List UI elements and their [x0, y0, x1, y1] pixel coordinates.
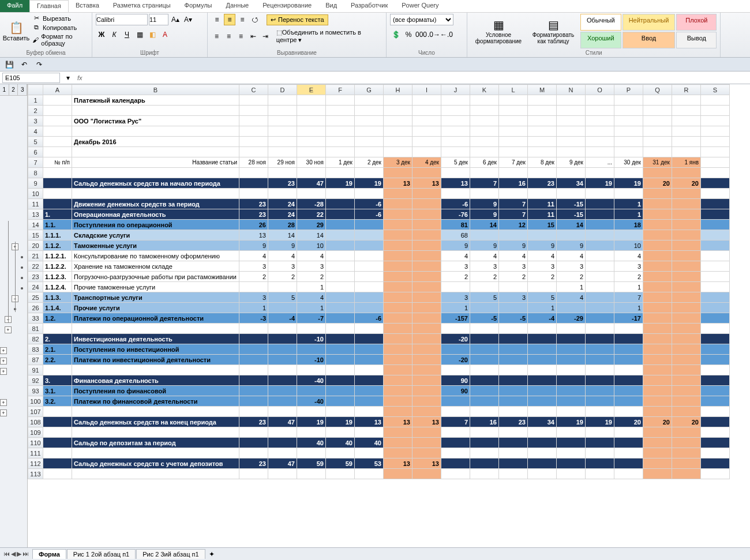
style-normal[interactable]: Обычный [580, 14, 621, 31]
cell-J23[interactable]: 2 [441, 272, 470, 282]
cell-P5[interactable] [614, 137, 643, 147]
grow-font-button[interactable]: A▴ [170, 14, 181, 25]
cell-S92[interactable] [701, 375, 730, 386]
cell-N111[interactable] [557, 448, 586, 458]
cell-I15[interactable] [412, 230, 441, 240]
cell-P21[interactable]: 4 [614, 251, 643, 261]
worksheet-grid[interactable]: ABCDEFGHIJKLMNOPQRS1Платежный календарь2… [28, 84, 750, 547]
cell-M91[interactable] [528, 365, 557, 375]
cell-S25[interactable] [701, 292, 730, 303]
cell-M20[interactable]: 9 [528, 240, 557, 251]
cell-G111[interactable] [355, 448, 384, 458]
cell-B1[interactable]: Платежный календарь [72, 95, 239, 106]
cell-G4[interactable] [355, 126, 384, 137]
cell-P22[interactable]: 3 [614, 261, 643, 272]
tab-review[interactable]: Рецензирование [256, 0, 318, 12]
cell-P26[interactable]: 1 [614, 303, 643, 313]
cell-I23[interactable] [412, 272, 441, 282]
cell-E110[interactable]: 40 [297, 438, 326, 448]
cell-O33[interactable] [586, 313, 614, 324]
cell-A93[interactable]: 3.1. [43, 386, 72, 396]
cell-N25[interactable]: 4 [557, 292, 586, 303]
cell-E109[interactable] [297, 427, 326, 438]
cell-H15[interactable] [384, 230, 412, 240]
cell-B81[interactable] [72, 324, 239, 334]
cell-E24[interactable]: 1 [297, 282, 326, 292]
orientation-button[interactable]: ⭯ [249, 14, 261, 25]
cell-C87[interactable] [239, 355, 268, 365]
col-header-C[interactable]: C [239, 85, 268, 95]
cell-B26[interactable]: Прочие услуги [72, 303, 239, 313]
cell-E23[interactable]: 2 [297, 272, 326, 282]
cell-I11[interactable] [412, 199, 441, 209]
sheet-tab-1[interactable]: Рис 1 2ой абзац п1 [67, 549, 136, 559]
cell-D21[interactable]: 4 [268, 251, 297, 261]
cell-K82[interactable] [470, 334, 499, 344]
cell-B13[interactable]: Операционная деятельность [72, 209, 239, 220]
cell-M24[interactable] [528, 282, 557, 292]
cell-D111[interactable] [268, 448, 297, 458]
cell-Q1[interactable] [643, 95, 672, 106]
cell-I7[interactable]: 4 дек [412, 157, 441, 168]
cell-O25[interactable] [586, 292, 614, 303]
cell-E7[interactable]: 30 ноя [297, 157, 326, 168]
cell-Q83[interactable] [643, 344, 672, 355]
select-all-button[interactable] [28, 85, 43, 95]
cell-H93[interactable] [384, 386, 412, 396]
cell-A108[interactable] [43, 417, 72, 427]
cell-I108[interactable]: 13 [412, 417, 441, 427]
cell-F3[interactable] [326, 116, 355, 126]
cut-button[interactable]: ✂Вырезать [31, 14, 88, 22]
cell-D15[interactable]: 14 [268, 230, 297, 240]
cell-F81[interactable] [326, 324, 355, 334]
cell-D9[interactable]: 23 [268, 178, 297, 189]
paste-button[interactable]: 📋 Вставить [3, 14, 29, 48]
cell-D112[interactable]: 47 [268, 458, 297, 469]
cell-F26[interactable] [326, 303, 355, 313]
cell-R111[interactable] [672, 448, 701, 458]
cell-H33[interactable] [384, 313, 412, 324]
cell-J4[interactable] [441, 126, 470, 137]
sheet-tab-active[interactable]: Форма [32, 549, 66, 559]
cell-B109[interactable] [72, 427, 239, 438]
row-header-87[interactable]: 87 [28, 355, 43, 365]
cell-G10[interactable] [355, 189, 384, 199]
cell-D107[interactable] [268, 407, 297, 417]
cell-G25[interactable] [355, 292, 384, 303]
cell-E14[interactable]: 29 [297, 220, 326, 230]
cell-K110[interactable] [470, 438, 499, 448]
cell-M11[interactable]: 11 [528, 199, 557, 209]
col-header-E[interactable]: E [297, 85, 326, 95]
row-header-25[interactable]: 25 [28, 292, 43, 303]
cell-P20[interactable]: 10 [614, 240, 643, 251]
cell-F4[interactable] [326, 126, 355, 137]
cell-A81[interactable] [43, 324, 72, 334]
cell-C109[interactable] [239, 427, 268, 438]
cell-D13[interactable]: 24 [268, 209, 297, 220]
cell-F87[interactable] [326, 355, 355, 365]
cell-E87[interactable]: -10 [297, 355, 326, 365]
cell-E93[interactable] [297, 386, 326, 396]
cell-J82[interactable]: -20 [441, 334, 470, 344]
cell-D91[interactable] [268, 365, 297, 375]
cell-S4[interactable] [701, 126, 730, 137]
cell-P83[interactable] [614, 344, 643, 355]
cell-F24[interactable] [326, 282, 355, 292]
cell-A107[interactable] [43, 407, 72, 417]
cell-I82[interactable] [412, 334, 441, 344]
row-header-6[interactable]: 6 [28, 147, 43, 157]
cell-D8[interactable] [268, 168, 297, 178]
cell-E25[interactable]: 4 [297, 292, 326, 303]
col-header-G[interactable]: G [355, 85, 384, 95]
row-header-9[interactable]: 9 [28, 178, 43, 189]
cell-B100[interactable]: Платежи по финансовой деятельности [72, 396, 239, 407]
cell-H8[interactable] [384, 168, 412, 178]
cell-K24[interactable] [470, 282, 499, 292]
row-header-22[interactable]: 22 [28, 261, 43, 272]
cell-J8[interactable] [441, 168, 470, 178]
cell-P109[interactable] [614, 427, 643, 438]
cell-S8[interactable] [701, 168, 730, 178]
cell-S1[interactable] [701, 95, 730, 106]
cell-H111[interactable] [384, 448, 412, 458]
cell-H100[interactable] [384, 396, 412, 407]
